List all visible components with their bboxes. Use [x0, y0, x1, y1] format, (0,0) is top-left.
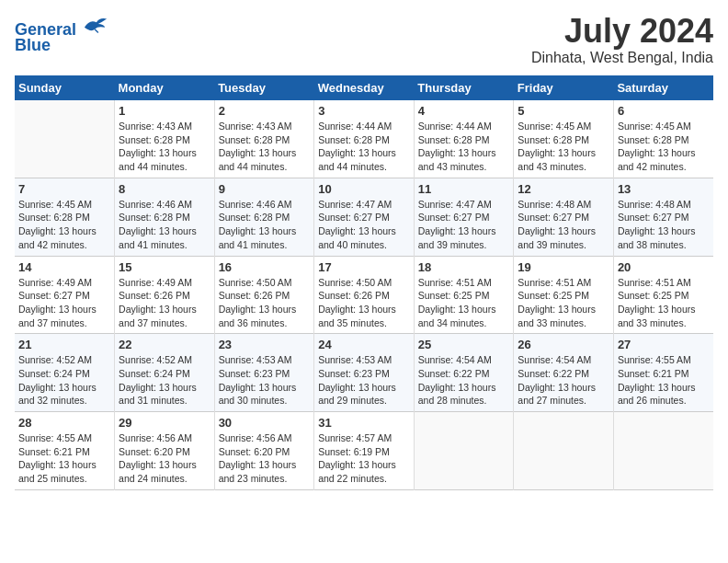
day-info: Sunrise: 4:51 AM Sunset: 6:25 PM Dayligh… [518, 276, 609, 330]
header-tuesday: Tuesday [214, 75, 314, 100]
day-cell: 4Sunrise: 4:44 AM Sunset: 6:28 PM Daylig… [414, 100, 514, 178]
day-info: Sunrise: 4:47 AM Sunset: 6:27 PM Dayligh… [418, 198, 510, 252]
day-cell: 30Sunrise: 4:56 AM Sunset: 6:20 PM Dayli… [214, 412, 314, 490]
day-cell: 23Sunrise: 4:53 AM Sunset: 6:23 PM Dayli… [214, 334, 314, 412]
day-number: 8 [119, 182, 210, 196]
day-info: Sunrise: 4:43 AM Sunset: 6:28 PM Dayligh… [219, 120, 311, 174]
day-cell [414, 412, 514, 490]
day-number: 16 [219, 260, 311, 274]
day-info: Sunrise: 4:53 AM Sunset: 6:23 PM Dayligh… [318, 353, 410, 408]
day-info: Sunrise: 4:54 AM Sunset: 6:22 PM Dayligh… [418, 353, 510, 408]
day-cell [514, 412, 614, 490]
day-info: Sunrise: 4:46 AM Sunset: 6:28 PM Dayligh… [119, 198, 210, 252]
day-number: 9 [219, 182, 311, 196]
day-number: 15 [119, 260, 210, 274]
page-header: General Blue July 2024 Dinhata, West Ben… [15, 15, 713, 66]
location-title: Dinhata, West Bengal, India [531, 50, 713, 66]
day-info: Sunrise: 4:55 AM Sunset: 6:21 PM Dayligh… [18, 431, 110, 486]
week-row-1: 1Sunrise: 4:43 AM Sunset: 6:28 PM Daylig… [15, 100, 713, 178]
day-info: Sunrise: 4:47 AM Sunset: 6:27 PM Dayligh… [318, 198, 410, 252]
day-cell [613, 412, 713, 490]
day-number: 24 [318, 338, 410, 351]
day-cell: 21Sunrise: 4:52 AM Sunset: 6:24 PM Dayli… [15, 334, 115, 412]
day-info: Sunrise: 4:57 AM Sunset: 6:19 PM Dayligh… [318, 431, 410, 486]
calendar-header-row: SundayMondayTuesdayWednesdayThursdayFrid… [15, 75, 713, 100]
day-cell: 11Sunrise: 4:47 AM Sunset: 6:27 PM Dayli… [414, 178, 514, 256]
week-row-3: 14Sunrise: 4:49 AM Sunset: 6:27 PM Dayli… [15, 256, 713, 334]
day-number: 12 [518, 182, 609, 196]
day-cell: 28Sunrise: 4:55 AM Sunset: 6:21 PM Dayli… [15, 412, 115, 490]
day-cell: 26Sunrise: 4:54 AM Sunset: 6:22 PM Dayli… [514, 334, 614, 412]
day-info: Sunrise: 4:48 AM Sunset: 6:27 PM Dayligh… [618, 198, 710, 252]
day-info: Sunrise: 4:46 AM Sunset: 6:28 PM Dayligh… [219, 198, 311, 252]
header-friday: Friday [514, 75, 614, 100]
day-cell: 17Sunrise: 4:50 AM Sunset: 6:26 PM Dayli… [314, 256, 415, 334]
day-cell: 20Sunrise: 4:51 AM Sunset: 6:25 PM Dayli… [613, 256, 713, 334]
day-cell: 2Sunrise: 4:43 AM Sunset: 6:28 PM Daylig… [214, 100, 314, 178]
day-number: 6 [618, 104, 710, 118]
week-row-5: 28Sunrise: 4:55 AM Sunset: 6:21 PM Dayli… [15, 412, 713, 490]
day-cell: 31Sunrise: 4:57 AM Sunset: 6:19 PM Dayli… [314, 412, 415, 490]
week-row-2: 7Sunrise: 4:45 AM Sunset: 6:28 PM Daylig… [15, 178, 713, 256]
day-number: 30 [219, 416, 311, 430]
day-number: 5 [518, 104, 609, 118]
day-cell: 22Sunrise: 4:52 AM Sunset: 6:24 PM Dayli… [115, 334, 215, 412]
day-cell: 25Sunrise: 4:54 AM Sunset: 6:22 PM Dayli… [414, 334, 514, 412]
day-number: 21 [18, 338, 110, 351]
day-number: 18 [418, 260, 510, 274]
day-cell: 15Sunrise: 4:49 AM Sunset: 6:26 PM Dayli… [115, 256, 215, 334]
day-info: Sunrise: 4:43 AM Sunset: 6:28 PM Dayligh… [119, 120, 210, 174]
day-number: 23 [219, 338, 311, 351]
logo: General Blue [15, 15, 108, 55]
day-number: 1 [119, 104, 210, 118]
day-cell: 29Sunrise: 4:56 AM Sunset: 6:20 PM Dayli… [115, 412, 215, 490]
day-info: Sunrise: 4:49 AM Sunset: 6:26 PM Dayligh… [119, 276, 210, 330]
day-info: Sunrise: 4:49 AM Sunset: 6:27 PM Dayligh… [18, 276, 110, 330]
day-number: 11 [418, 182, 510, 196]
day-cell: 7Sunrise: 4:45 AM Sunset: 6:28 PM Daylig… [15, 178, 115, 256]
day-info: Sunrise: 4:55 AM Sunset: 6:21 PM Dayligh… [618, 353, 710, 408]
day-cell: 12Sunrise: 4:48 AM Sunset: 6:27 PM Dayli… [514, 178, 614, 256]
day-info: Sunrise: 4:45 AM Sunset: 6:28 PM Dayligh… [618, 120, 710, 174]
day-info: Sunrise: 4:45 AM Sunset: 6:28 PM Dayligh… [18, 198, 110, 252]
day-cell: 1Sunrise: 4:43 AM Sunset: 6:28 PM Daylig… [115, 100, 215, 178]
month-title: July 2024 [531, 15, 713, 48]
day-number: 2 [219, 104, 311, 118]
day-number: 28 [18, 416, 110, 430]
day-cell: 6Sunrise: 4:45 AM Sunset: 6:28 PM Daylig… [613, 100, 713, 178]
logo-bird-icon [83, 15, 108, 35]
day-number: 20 [618, 260, 710, 274]
day-number: 27 [618, 338, 710, 351]
day-number: 22 [119, 338, 210, 351]
day-info: Sunrise: 4:56 AM Sunset: 6:20 PM Dayligh… [219, 431, 311, 486]
day-cell: 9Sunrise: 4:46 AM Sunset: 6:28 PM Daylig… [214, 178, 314, 256]
day-number: 31 [318, 416, 410, 430]
header-thursday: Thursday [414, 75, 514, 100]
day-cell: 10Sunrise: 4:47 AM Sunset: 6:27 PM Dayli… [314, 178, 415, 256]
header-saturday: Saturday [613, 75, 713, 100]
day-cell [15, 100, 115, 178]
day-number: 13 [618, 182, 710, 196]
day-info: Sunrise: 4:53 AM Sunset: 6:23 PM Dayligh… [219, 353, 311, 408]
week-row-4: 21Sunrise: 4:52 AM Sunset: 6:24 PM Dayli… [15, 334, 713, 412]
header-sunday: Sunday [15, 75, 115, 100]
day-cell: 3Sunrise: 4:44 AM Sunset: 6:28 PM Daylig… [314, 100, 415, 178]
day-info: Sunrise: 4:54 AM Sunset: 6:22 PM Dayligh… [518, 353, 609, 408]
day-number: 14 [18, 260, 110, 274]
day-number: 4 [418, 104, 510, 118]
day-info: Sunrise: 4:45 AM Sunset: 6:28 PM Dayligh… [518, 120, 609, 174]
title-area: July 2024 Dinhata, West Bengal, India [531, 15, 713, 66]
day-number: 25 [418, 338, 510, 351]
calendar-table: SundayMondayTuesdayWednesdayThursdayFrid… [15, 75, 713, 490]
header-monday: Monday [115, 75, 215, 100]
day-number: 10 [318, 182, 410, 196]
day-info: Sunrise: 4:50 AM Sunset: 6:26 PM Dayligh… [318, 276, 410, 330]
day-cell: 5Sunrise: 4:45 AM Sunset: 6:28 PM Daylig… [514, 100, 614, 178]
day-info: Sunrise: 4:48 AM Sunset: 6:27 PM Dayligh… [518, 198, 609, 252]
day-number: 3 [318, 104, 410, 118]
day-cell: 27Sunrise: 4:55 AM Sunset: 6:21 PM Dayli… [613, 334, 713, 412]
day-info: Sunrise: 4:44 AM Sunset: 6:28 PM Dayligh… [318, 120, 410, 174]
day-info: Sunrise: 4:56 AM Sunset: 6:20 PM Dayligh… [119, 431, 210, 486]
day-info: Sunrise: 4:52 AM Sunset: 6:24 PM Dayligh… [18, 353, 110, 408]
day-cell: 13Sunrise: 4:48 AM Sunset: 6:27 PM Dayli… [613, 178, 713, 256]
